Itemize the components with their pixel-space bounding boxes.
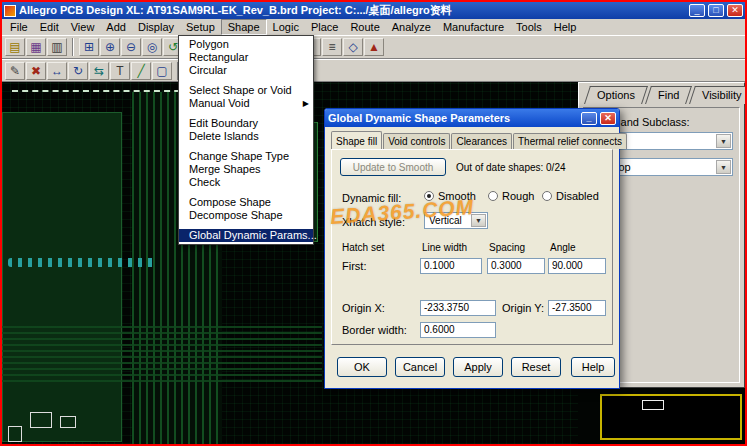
shape-menu-item-merge-shapes[interactable]: Merge Shapes	[179, 163, 313, 176]
shape-menu-item-polygon[interactable]: Polygon	[179, 38, 313, 51]
tab-void-controls[interactable]: Void controls	[383, 133, 450, 149]
menu-item-view[interactable]: View	[65, 20, 101, 34]
apply-button[interactable]: Apply	[453, 357, 503, 377]
pcb-art-horizontal-traces	[2, 322, 322, 382]
edit-tool-icon[interactable]: ✎	[5, 62, 25, 80]
zoom-in-icon[interactable]: ⊕	[100, 38, 120, 56]
tab-shape-fill[interactable]: Shape fill	[331, 131, 382, 149]
toolbar-row-1: ▤ ▦ ▥ ⊞ ⊕ ⊖ ◎ ↺ ✚ ✖ ▩ ▨ ● ≡ ◇ ▲	[2, 35, 745, 59]
out-of-date-shapes-label: Out of date shapes: 0/24	[456, 162, 566, 173]
menu-item-file[interactable]: File	[4, 20, 34, 34]
manual-void-label: Manual Void	[189, 97, 250, 109]
border-width-field[interactable]: 0.6000	[420, 322, 496, 338]
radio-disabled[interactable]: Disabled	[542, 190, 599, 202]
dialog-close-button[interactable]: ✕	[600, 112, 616, 125]
minimize-button[interactable]: _	[689, 4, 705, 17]
zoom-points-icon[interactable]: ⊞	[79, 38, 99, 56]
tab-find[interactable]: Find	[645, 86, 692, 104]
pcb-art-silkscreen-box	[8, 426, 22, 442]
text-tool-icon[interactable]: T	[110, 62, 130, 80]
pcb-art-silkscreen-box	[30, 412, 52, 428]
shape-menu-item-global-dynamic-params[interactable]: Global Dynamic Params...	[179, 229, 313, 242]
shape-menu-item-compose-shape[interactable]: Compose Shape	[179, 196, 313, 209]
close-button[interactable]: ✕	[727, 4, 743, 17]
line-width-field[interactable]: 0.1000	[420, 258, 482, 274]
tab-thermal-relief-connects[interactable]: Thermal relief connects	[513, 133, 627, 149]
origin-x-field[interactable]: -233.3750	[420, 300, 496, 316]
dialog-titlebar[interactable]: Global Dynamic Shape Parameters _ ✕	[325, 109, 619, 127]
pcb-art-board-extent-inner	[642, 400, 664, 410]
xhatch-style-label: Xhatch style:	[342, 216, 405, 228]
shape-fill-tab-page: Update to Smooth Out of date shapes: 0/2…	[331, 149, 613, 345]
ok-button[interactable]: OK	[337, 357, 387, 377]
mirror-tool-icon[interactable]: ⇆	[89, 62, 109, 80]
shape-menu-item-check[interactable]: Check	[179, 176, 313, 189]
dialog-tab-strip: Shape fill Void controls Clearances Ther…	[331, 132, 613, 149]
slide-tool-icon[interactable]: ↔	[47, 62, 67, 80]
radio-dot-icon	[542, 191, 552, 201]
line-tool-icon[interactable]: ╱	[131, 62, 151, 80]
command-list-icon[interactable]: ≡	[322, 38, 342, 56]
rect-tool-icon[interactable]: ▢	[152, 62, 172, 80]
window-titlebar: Allegro PCB Design XL: AT91SAM9RL-EK_Rev…	[2, 2, 745, 19]
dialog-minimize-button[interactable]: _	[581, 112, 597, 125]
app-icon	[4, 5, 16, 17]
menu-item-route[interactable]: Route	[344, 20, 385, 34]
submenu-arrow-icon: ▶	[303, 97, 309, 110]
origin-x-label: Origin X:	[342, 302, 385, 314]
shape-menu-item-decompose-shape[interactable]: Decompose Shape	[179, 209, 313, 222]
print-icon[interactable]: ▥	[47, 38, 67, 56]
shape-menu-item-circular[interactable]: Circular	[179, 64, 313, 77]
reset-button[interactable]: Reset	[511, 357, 561, 377]
menu-item-setup[interactable]: Setup	[180, 20, 221, 34]
shape-menu-item-edit-boundary[interactable]: Edit Boundary	[179, 117, 313, 130]
save-icon[interactable]: ▦	[26, 38, 46, 56]
shape-menu-item-rectangular[interactable]: Rectangular	[179, 51, 313, 64]
xhatch-style-dropdown[interactable]: Vertical ▼	[424, 212, 488, 229]
global-dynamic-shape-parameters-dialog: Global Dynamic Shape Parameters _ ✕ Shap…	[324, 108, 620, 389]
radio-smooth[interactable]: Smooth	[424, 190, 476, 202]
open-icon[interactable]: ▤	[5, 38, 25, 56]
menu-item-logic[interactable]: Logic	[267, 20, 305, 34]
tab-visibility[interactable]: Visibility	[689, 86, 747, 104]
spacing-field[interactable]: 0.3000	[487, 258, 545, 274]
chevron-down-icon[interactable]: ▼	[716, 160, 731, 174]
chevron-down-icon[interactable]: ▼	[716, 134, 731, 148]
update-to-smooth-button[interactable]: Update to Smooth	[340, 158, 446, 176]
shape-menu-item-delete-islands[interactable]: Delete Islands	[179, 130, 313, 143]
origin-y-field[interactable]: -27.3500	[548, 300, 606, 316]
shape-menu-item-change-shape-type[interactable]: Change Shape Type	[179, 150, 313, 163]
menu-item-display[interactable]: Display	[132, 20, 180, 34]
chevron-down-icon[interactable]: ▼	[471, 214, 486, 227]
shape-menu-item-select-shape-or-void[interactable]: Select Shape or Void	[179, 84, 313, 97]
zoom-out-icon[interactable]: ⊖	[121, 38, 141, 56]
application-window: Allegro PCB Design XL: AT91SAM9RL-EK_Rev…	[0, 0, 747, 446]
flag-icon[interactable]: ▲	[364, 38, 384, 56]
pcb-art-copper-pour	[2, 112, 122, 442]
maximize-button[interactable]: □	[708, 4, 724, 17]
menu-item-place[interactable]: Place	[305, 20, 345, 34]
menu-item-help[interactable]: Help	[548, 20, 583, 34]
spin-tool-icon[interactable]: ↻	[68, 62, 88, 80]
angle-field[interactable]: 90.000	[548, 258, 606, 274]
menu-item-add[interactable]: Add	[100, 20, 132, 34]
pcb-art-board-extent	[600, 394, 742, 440]
toolbar-row-2: ✎ ✖ ↔ ↻ ⇆ T ╱ ▢ ○ ◉ ⊙ ∠	[2, 59, 745, 82]
radio-rough[interactable]: Rough	[488, 190, 534, 202]
subclass-dropdown[interactable]: Top ▼	[608, 158, 733, 176]
cancel-button[interactable]: Cancel	[395, 357, 445, 377]
help-button[interactable]: Help	[571, 357, 615, 377]
menu-item-analyze[interactable]: Analyze	[386, 20, 437, 34]
menu-item-edit[interactable]: Edit	[34, 20, 65, 34]
tab-visibility-label: Visibility	[702, 89, 742, 101]
delete-tool-icon[interactable]: ✖	[26, 62, 46, 80]
tab-clearances[interactable]: Clearances	[451, 133, 512, 149]
shape-menu-item-manual-void[interactable]: Manual Void ▶	[179, 97, 313, 110]
world-view-icon[interactable]: ◇	[343, 38, 363, 56]
menu-item-manufacture[interactable]: Manufacture	[437, 20, 510, 34]
tab-options[interactable]: Options	[584, 86, 648, 104]
zoom-fit-icon[interactable]: ◎	[142, 38, 162, 56]
menu-item-shape[interactable]: Shape	[221, 19, 267, 35]
panel-tab-strip: Options Find Visibility	[579, 83, 744, 104]
menu-item-tools[interactable]: Tools	[510, 20, 548, 34]
